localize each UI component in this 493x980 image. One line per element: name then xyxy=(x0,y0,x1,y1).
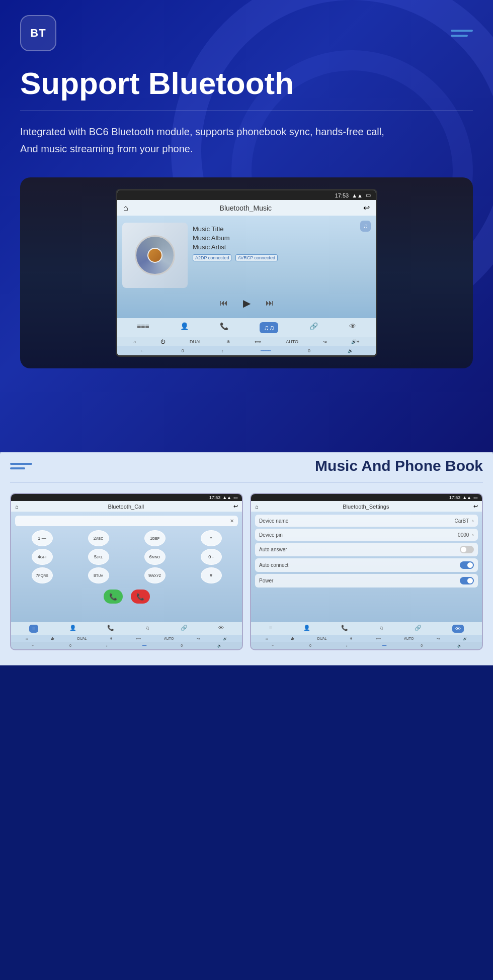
key-0-dash[interactable]: 0 - xyxy=(201,549,222,565)
key-8[interactable]: 8TUV xyxy=(88,567,109,583)
music-icon-active[interactable]: ♫♫ xyxy=(260,322,278,333)
ac-icon[interactable]: ⟺ xyxy=(255,339,261,344)
device-pin-value: 0000 xyxy=(458,532,469,538)
settings-menu-icon[interactable]: ≡ xyxy=(269,625,272,633)
power-toggle[interactable] xyxy=(460,577,474,584)
key-5[interactable]: 5JKL xyxy=(88,549,109,565)
screen-content: ♫ Music Title Music Album Music Artist xyxy=(117,216,376,318)
battery-icon: ▭ xyxy=(366,192,371,199)
next-button[interactable]: ⏭ xyxy=(266,299,274,308)
key-2[interactable]: 2ABC xyxy=(88,530,109,546)
power-icon[interactable]: ⏻ xyxy=(160,339,165,344)
car-unit-image: 17:53 ▲▲ ▭ ⌂ Bluetooth_Music ↩ ♫ xyxy=(20,177,473,368)
call-phone-icon[interactable]: 📞 xyxy=(107,625,114,633)
vol-down[interactable]: 🔉 xyxy=(348,348,353,353)
auto-answer-toggle[interactable] xyxy=(460,546,474,553)
bt-logo: BT xyxy=(20,15,56,51)
fan-icon[interactable]: ↝ xyxy=(323,339,327,344)
snowflake-icon[interactable]: ❄ xyxy=(226,339,230,344)
settings-back-icon[interactable]: ↩ xyxy=(473,503,478,510)
settings-nav: ⌂ Bluetooth_Settings ↩ xyxy=(251,501,482,512)
subtitle-text: Integrated with BC6 Bluetooth module, su… xyxy=(20,123,473,157)
phone-icon[interactable]: 📞 xyxy=(220,322,228,333)
album-art xyxy=(122,223,188,288)
settings-system-bar: ⌂⏻DUAL❄⟺AUTO↝🔊 xyxy=(251,635,482,642)
play-button[interactable]: ▶ xyxy=(243,297,251,309)
settings-link-icon[interactable]: 🔗 xyxy=(415,625,422,633)
call-status-bar: 17:53 ▲▲ ▭ xyxy=(11,494,242,501)
call-back-icon[interactable]: ↩ xyxy=(233,503,238,510)
device-name-row[interactable]: Device name CarBT › xyxy=(255,515,478,527)
settings-home-icon[interactable]: ⌂ xyxy=(255,504,259,510)
call-buttons: 📞 📞 xyxy=(15,587,238,606)
answer-button[interactable]: 📞 xyxy=(104,590,123,604)
key-7[interactable]: 7PQRS xyxy=(32,567,53,583)
call-time: 17:53 xyxy=(209,495,221,500)
eye-icon[interactable]: 👁 xyxy=(349,322,356,333)
bottom-bar: ← 0 ↕ ━━━━ 0 🔉 xyxy=(117,346,376,355)
key-4[interactable]: 4GHI xyxy=(32,549,53,565)
call-input[interactable]: ✕ xyxy=(15,516,238,526)
settings-signal: ▲▲ xyxy=(462,495,471,500)
settings-bottom-icons: ≡ 👤 📞 ♫ 🔗 👁 xyxy=(251,622,482,635)
music-artist: Music Artist xyxy=(193,243,360,251)
prev-button[interactable]: ⏮ xyxy=(220,299,228,308)
a2dp-badge: A2DP connected xyxy=(193,254,231,261)
temp-left: 0 xyxy=(182,348,184,353)
back-arrow-icon[interactable]: ← xyxy=(140,348,144,353)
temp-adjust[interactable]: ↕ xyxy=(221,348,224,353)
settings-content: Device name CarBT › Device pin 0000 › xyxy=(251,512,482,622)
device-pin-row[interactable]: Device pin 0000 › xyxy=(255,529,478,541)
vol-up-icon[interactable]: 🔊+ xyxy=(351,339,359,344)
call-menu-icon[interactable]: ≡ xyxy=(29,625,38,633)
menu-icon[interactable]: ≡≡≡ xyxy=(137,322,149,333)
home-icon[interactable]: ⌂ xyxy=(123,204,128,213)
call-music-icon[interactable]: ♫ xyxy=(145,625,149,633)
key-1[interactable]: 1 — xyxy=(32,530,53,546)
bottom-header: Music And Phone Book xyxy=(10,457,483,474)
hangup-button[interactable]: 📞 xyxy=(131,590,150,604)
settings-music-icon[interactable]: ♫ xyxy=(379,625,383,633)
section-divider xyxy=(10,482,483,483)
car-unit: 17:53 ▲▲ ▭ ⌂ Bluetooth_Music ↩ ♫ xyxy=(0,177,493,368)
call-contacts-icon[interactable]: 👤 xyxy=(69,625,76,633)
settings-eye-icon-active[interactable]: 👁 xyxy=(452,625,464,633)
screen-title: Bluetooth_Music xyxy=(133,204,358,212)
system-bar: ⌂ ⏻ DUAL ❄ ⟺ AUTO ↝ 🔊+ xyxy=(117,337,376,346)
menu-button[interactable] xyxy=(451,30,473,37)
settings-phone-icon[interactable]: 📞 xyxy=(341,625,348,633)
player-controls: ⏮ ▶ ⏭ xyxy=(122,293,371,313)
key-star[interactable]: * xyxy=(201,530,222,546)
key-6[interactable]: 6MNO xyxy=(144,549,166,565)
page-title: Support Bluetooth xyxy=(20,66,473,101)
header-row: BT xyxy=(20,15,473,51)
main-screen: 17:53 ▲▲ ▭ ⌂ Bluetooth_Music ↩ ♫ xyxy=(116,189,377,357)
signal-icon: ▲▲ xyxy=(352,192,363,199)
auto-answer-label: Auto answer xyxy=(259,547,287,552)
call-bottom-bar: ←0↕━━0🔉 xyxy=(11,642,242,649)
auto-connect-label: Auto connect xyxy=(259,562,288,568)
screens-row: 17:53 ▲▲ ▭ ⌂ Bluetooth_Call ↩ ✕ 1 — 2ABC… xyxy=(10,493,483,650)
call-clear-icon[interactable]: ✕ xyxy=(230,518,234,524)
temp-slider[interactable]: ━━━━ xyxy=(261,348,271,353)
settings-contacts-icon[interactable]: 👤 xyxy=(303,625,310,633)
link-icon[interactable]: 🔗 xyxy=(309,322,318,333)
call-link-icon[interactable]: 🔗 xyxy=(181,625,188,633)
auto-connect-toggle[interactable] xyxy=(460,561,474,569)
home-sys-icon[interactable]: ⌂ xyxy=(133,339,136,344)
auto-label: AUTO xyxy=(286,339,298,344)
status-bar: 17:53 ▲▲ ▭ xyxy=(117,190,376,200)
device-name-label: Device name xyxy=(259,518,288,524)
call-eye-icon[interactable]: 👁 xyxy=(218,625,224,633)
key-hash[interactable]: # xyxy=(201,567,222,583)
contacts-icon[interactable]: 👤 xyxy=(180,322,189,333)
settings-time: 17:53 xyxy=(449,495,461,500)
call-home-icon[interactable]: ⌂ xyxy=(15,504,19,510)
key-3[interactable]: 3DEF xyxy=(144,530,166,546)
album-disc xyxy=(135,235,175,275)
back-icon[interactable]: ↩ xyxy=(363,203,370,213)
bottom-menu-button[interactable] xyxy=(10,463,32,469)
power-label: Power xyxy=(259,578,273,583)
music-note-button[interactable]: ♫ xyxy=(360,221,371,232)
key-9[interactable]: 9WXYZ xyxy=(144,567,166,583)
